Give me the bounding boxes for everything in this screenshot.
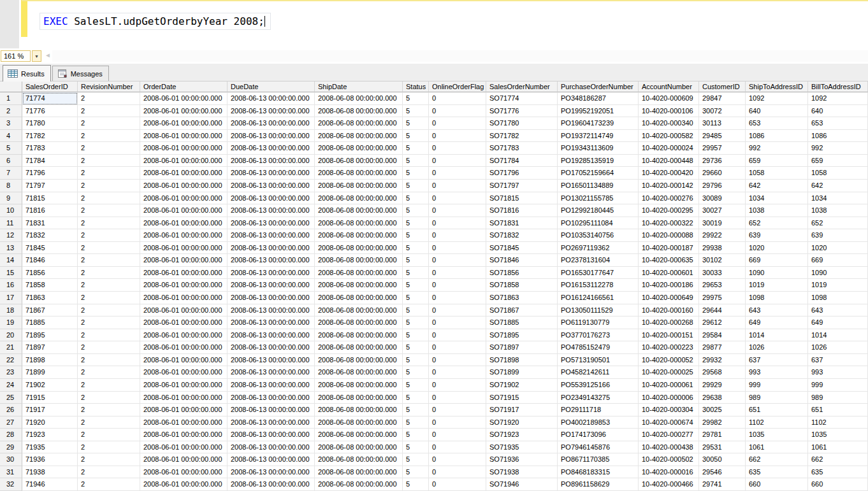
- grid-cell[interactable]: 2008-06-01 00:00:00.000: [140, 404, 228, 416]
- grid-cell[interactable]: 2008-06-08 00:00:00.000: [315, 441, 403, 454]
- grid-cell[interactable]: 29847: [699, 92, 746, 105]
- grid-cell[interactable]: 2: [78, 466, 140, 479]
- grid-cell[interactable]: 29612: [699, 317, 746, 329]
- row-number[interactable]: 20: [0, 329, 22, 342]
- grid-cell[interactable]: 2008-06-13 00:00:00.000: [228, 341, 315, 354]
- grid-cell[interactable]: 2008-06-13 00:00:00.000: [228, 130, 315, 143]
- tab-messages[interactable]: Messages: [52, 66, 109, 81]
- row-number[interactable]: 24: [0, 379, 22, 392]
- grid-cell[interactable]: 0: [429, 155, 486, 167]
- grid-cell[interactable]: 639: [746, 229, 808, 242]
- grid-cell[interactable]: 5: [403, 92, 429, 105]
- grid-cell[interactable]: 10-4020-000268: [639, 317, 699, 329]
- grid-cell[interactable]: SO71867: [486, 304, 558, 317]
- grid-cell[interactable]: 0: [429, 242, 486, 255]
- grid-cell[interactable]: 2: [78, 416, 140, 429]
- grid-cell[interactable]: 10-4020-000024: [639, 142, 699, 155]
- column-header[interactable]: SalesOrderID: [22, 82, 78, 92]
- row-number[interactable]: 29: [0, 441, 22, 454]
- grid-cell[interactable]: 2: [78, 392, 140, 404]
- grid-cell[interactable]: 5: [403, 192, 429, 205]
- grid-cell[interactable]: 1058: [746, 167, 808, 180]
- grid-cell[interactable]: 10-4020-000304: [639, 404, 699, 416]
- grid-cell[interactable]: 2008-06-13 00:00:00.000: [228, 117, 315, 130]
- grid-cell[interactable]: 10-4020-000052: [639, 354, 699, 367]
- grid-cell[interactable]: PO4582142611: [558, 366, 639, 379]
- grid-cell[interactable]: 2008-06-08 00:00:00.000: [315, 229, 403, 242]
- grid-cell[interactable]: 0: [429, 366, 486, 379]
- grid-cell[interactable]: SO71846: [486, 254, 558, 267]
- grid-cell[interactable]: 30025: [699, 404, 746, 416]
- grid-cell[interactable]: 71897: [22, 341, 78, 354]
- grid-cell[interactable]: 0: [429, 317, 486, 329]
- grid-cell[interactable]: 10-4020-000187: [639, 242, 699, 255]
- grid-cell[interactable]: 989: [808, 392, 868, 404]
- grid-cell[interactable]: 71920: [22, 416, 78, 429]
- grid-cell[interactable]: 71816: [22, 204, 78, 217]
- grid-cell[interactable]: 1035: [746, 429, 808, 441]
- grid-cell[interactable]: 2: [78, 404, 140, 416]
- grid-cell[interactable]: 71856: [22, 267, 78, 280]
- grid-cell[interactable]: PO12992180445: [558, 204, 639, 217]
- grid-cell[interactable]: 2008-06-13 00:00:00.000: [228, 379, 315, 392]
- row-number[interactable]: 19: [0, 317, 22, 329]
- grid-cell[interactable]: 2: [78, 204, 140, 217]
- grid-cell[interactable]: 29982: [699, 416, 746, 429]
- grid-cell[interactable]: 2008-06-01 00:00:00.000: [140, 341, 228, 354]
- grid-cell[interactable]: 0: [429, 229, 486, 242]
- grid-cell[interactable]: 2008-06-01 00:00:00.000: [140, 267, 228, 280]
- grid-cell[interactable]: 10-4020-000609: [639, 92, 699, 105]
- grid-cell[interactable]: 2008-06-13 00:00:00.000: [228, 329, 315, 342]
- row-number[interactable]: 8: [0, 180, 22, 192]
- grid-cell[interactable]: 643: [808, 304, 868, 317]
- grid-cell[interactable]: 2008-06-13 00:00:00.000: [228, 279, 315, 292]
- grid-cell[interactable]: 29638: [699, 392, 746, 404]
- grid-cell[interactable]: 2: [78, 429, 140, 441]
- row-number[interactable]: 17: [0, 292, 22, 304]
- grid-cell[interactable]: 0: [429, 204, 486, 217]
- grid-cell[interactable]: 1090: [808, 267, 868, 280]
- row-number[interactable]: 1: [0, 92, 22, 105]
- grid-cell[interactable]: SO71797: [486, 180, 558, 192]
- row-number[interactable]: 7: [0, 167, 22, 180]
- grid-cell[interactable]: 30089: [699, 192, 746, 205]
- grid-cell[interactable]: PO8468183315: [558, 466, 639, 479]
- grid-cell[interactable]: 2: [78, 105, 140, 118]
- grid-cell[interactable]: 5: [403, 354, 429, 367]
- grid-cell[interactable]: 30019: [699, 217, 746, 230]
- grid-cell[interactable]: 2008-06-13 00:00:00.000: [228, 404, 315, 416]
- grid-cell[interactable]: 2008-06-01 00:00:00.000: [140, 304, 228, 317]
- grid-cell[interactable]: 5: [403, 466, 429, 479]
- grid-cell[interactable]: 0: [429, 254, 486, 267]
- grid-cell[interactable]: 2008-06-13 00:00:00.000: [228, 142, 315, 155]
- grid-cell[interactable]: 0: [429, 379, 486, 392]
- grid-cell[interactable]: SO71899: [486, 366, 558, 379]
- grid-cell[interactable]: 1092: [808, 92, 868, 105]
- grid-cell[interactable]: 637: [808, 354, 868, 367]
- dropdown-arrow-icon[interactable]: ▼: [32, 50, 41, 62]
- grid-cell[interactable]: PO8961158629: [558, 478, 639, 491]
- grid-cell[interactable]: 2008-06-01 00:00:00.000: [140, 329, 228, 342]
- grid-cell[interactable]: 2008-06-01 00:00:00.000: [140, 317, 228, 329]
- grid-cell[interactable]: 1098: [746, 292, 808, 304]
- grid-cell[interactable]: 2008-06-08 00:00:00.000: [315, 404, 403, 416]
- grid-cell[interactable]: 0: [429, 92, 486, 105]
- grid-cell[interactable]: 29932: [699, 354, 746, 367]
- grid-cell[interactable]: 1102: [746, 416, 808, 429]
- grid-cell[interactable]: 10-4020-000502: [639, 453, 699, 466]
- grid-cell[interactable]: SO71816: [486, 204, 558, 217]
- grid-cell[interactable]: 5: [403, 392, 429, 404]
- grid-cell[interactable]: 2008-06-08 00:00:00.000: [315, 304, 403, 317]
- grid-cell[interactable]: SO71946: [486, 478, 558, 491]
- grid-cell[interactable]: 10-4020-000635: [639, 254, 699, 267]
- scroll-left-arrow-icon[interactable]: ◄: [45, 52, 51, 59]
- grid-cell[interactable]: SO71898: [486, 354, 558, 367]
- grid-cell[interactable]: 2008-06-13 00:00:00.000: [228, 453, 315, 466]
- grid-cell[interactable]: 10-4020-000277: [639, 429, 699, 441]
- grid-cell[interactable]: PO348186287: [558, 92, 639, 105]
- row-number[interactable]: 14: [0, 254, 22, 267]
- row-number[interactable]: 18: [0, 304, 22, 317]
- grid-cell[interactable]: SO71782: [486, 130, 558, 143]
- grid-cell[interactable]: 639: [808, 229, 868, 242]
- grid-cell[interactable]: 2008-06-08 00:00:00.000: [315, 354, 403, 367]
